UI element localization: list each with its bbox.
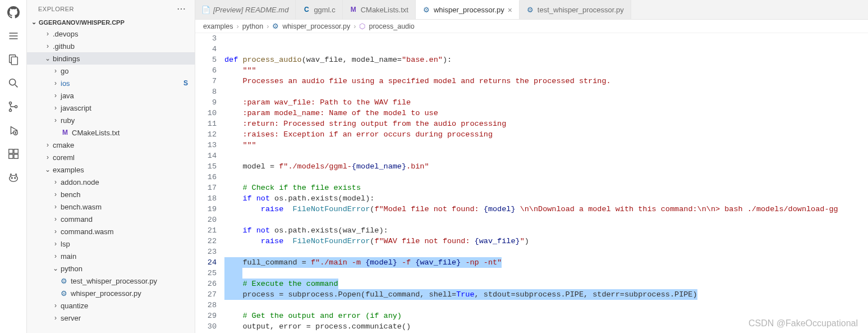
c-file-icon: C [302,6,310,13]
folder-java[interactable]: ›java [27,89,195,102]
chevron-down-icon: ⌄ [44,54,52,62]
folder-bench-wasm[interactable]: ›bench.wasm [27,200,195,213]
github-alt-icon[interactable] [7,171,20,184]
chevron-right-icon: › [52,215,59,223]
chevron-right-icon: › [52,240,59,248]
folder-main[interactable]: ›main [27,250,195,262]
folder-devops[interactable]: ›.devops [27,28,195,40]
file-cmakelists[interactable]: MCMakeLists.txt [27,126,195,139]
explorer-sidebar: EXPLORER ⋯ ⌄ GGERGANOV/WHISPER.CPP ›.dev… [27,0,195,333]
chevron-right-icon: › [353,22,356,30]
file-tree: ›.devops ›.github ⌄bindings ›go ›iosS ›j… [27,28,195,324]
svg-point-8 [9,109,11,111]
close-icon[interactable]: × [508,6,512,15]
extensions-icon[interactable] [7,147,20,161]
chevron-right-icon: › [267,22,269,30]
tab-bar: 📄[Preview] README.md Cggml.c MCMakeLists… [195,0,868,20]
repo-section-header[interactable]: ⌄ GGERGANOV/WHISPER.CPP [27,17,195,28]
chevron-right-icon: › [44,30,52,38]
svg-point-18 [14,177,15,179]
tab-cmakelists[interactable]: MCMakeLists.txt [343,0,416,19]
file-whisper-processor[interactable]: ⚙whisper_processor.py [27,287,195,299]
python-file-icon: ⚙ [272,22,279,30]
svg-point-17 [11,177,12,179]
chevron-right-icon: › [52,178,59,186]
chevron-right-icon: › [52,203,59,211]
python-file-icon: ⚙ [59,277,68,285]
folder-github[interactable]: ›.github [27,40,195,52]
svg-point-7 [9,102,11,104]
folder-javascript[interactable]: ›javascript [27,102,195,114]
chevron-down-icon: ⌄ [44,166,52,174]
chevron-right-icon: › [44,153,52,161]
source-control-icon[interactable] [7,100,20,113]
tab-readme[interactable]: 📄[Preview] README.md [195,0,296,19]
cmake-file-icon: M [350,6,357,13]
svg-point-9 [15,106,17,108]
search-icon[interactable] [7,76,20,90]
chevron-right-icon: › [52,227,59,235]
svg-rect-15 [13,149,17,153]
menu-icon[interactable] [7,29,20,43]
scm-badge: S [183,79,188,87]
preview-icon: 📄 [202,6,210,13]
chevron-down-icon: ⌄ [52,264,59,272]
chevron-right-icon: › [44,42,52,50]
activity-bar [0,0,27,333]
explorer-title: EXPLORER [38,6,74,12]
svg-rect-12 [8,149,12,153]
chevron-right-icon: › [52,252,59,260]
svg-rect-14 [13,154,17,158]
svg-rect-13 [8,154,12,158]
folder-addon-node[interactable]: ›addon.node [27,176,195,188]
svg-rect-4 [11,57,17,65]
folder-lsp[interactable]: ›lsp [27,238,195,250]
chevron-right-icon: › [52,92,59,99]
file-test-whisper[interactable]: ⚙test_whisper_processor.py [27,275,195,287]
folder-quantize[interactable]: ›quantize [27,299,195,312]
folder-command[interactable]: ›command [27,213,195,225]
folder-ruby[interactable]: ›ruby [27,114,195,126]
python-file-icon: ⚙ [526,6,534,13]
chevron-right-icon: › [237,22,239,30]
code-editor[interactable]: 3456789101112131415161718192021222324252… [195,33,868,333]
editor-group: 📄[Preview] README.md Cggml.c MCMakeLists… [195,0,868,333]
chevron-right-icon: › [44,141,52,149]
tab-ggml-c[interactable]: Cggml.c [296,0,342,19]
folder-python[interactable]: ⌄python [27,262,195,275]
run-debug-icon[interactable] [7,124,20,137]
chevron-right-icon: › [52,79,59,87]
folder-bindings[interactable]: ⌄bindings [27,52,195,65]
folder-cmake[interactable]: ›cmake [27,139,195,151]
chevron-right-icon: › [52,314,59,322]
folder-bench[interactable]: ›bench [27,188,195,200]
folder-ios[interactable]: ›iosS [27,77,195,89]
folder-command-wasm[interactable]: ›command.wasm [27,225,195,238]
chevron-right-icon: › [52,190,59,198]
python-file-icon: ⚙ [422,6,430,14]
cmake-file-icon: M [61,129,70,136]
folder-coreml[interactable]: ›coreml [27,151,195,163]
folder-server[interactable]: ›server [27,312,195,324]
code-content[interactable]: def process_audio(wav_file, model_name="… [224,33,868,333]
explorer-more-icon[interactable]: ⋯ [177,4,186,13]
tab-whisper-processor[interactable]: ⚙whisper_processor.py× [416,0,520,19]
line-gutter: 3456789101112131415161718192021222324252… [195,33,224,333]
explorer-icon[interactable] [7,53,20,66]
svg-line-6 [15,85,17,88]
folder-examples[interactable]: ⌄examples [27,163,195,176]
python-file-icon: ⚙ [59,289,68,298]
chevron-right-icon: › [52,67,59,75]
chevron-down-icon: ⌄ [31,19,36,26]
github-icon[interactable] [7,6,20,19]
symbol-method-icon: ⬡ [359,22,365,30]
breadcrumb[interactable]: examples› python› ⚙whisper_processor.py›… [195,20,868,33]
folder-go[interactable]: ›go [27,65,195,77]
chevron-right-icon: › [52,104,59,112]
svg-point-5 [9,79,15,85]
tab-test-whisper[interactable]: ⚙test_whisper_processor.py [520,0,631,19]
chevron-right-icon: › [52,302,59,309]
chevron-right-icon: › [52,116,59,124]
